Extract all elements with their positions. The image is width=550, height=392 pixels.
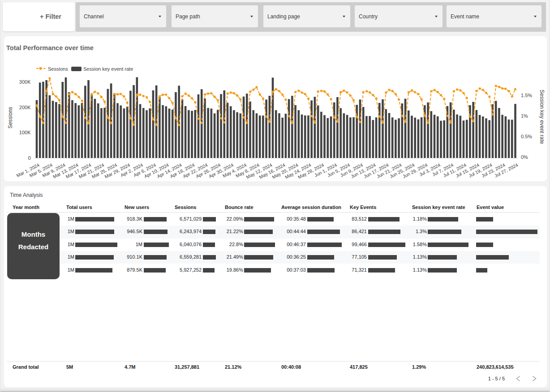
svg-text:0%: 0% [521,154,528,160]
svg-text:Session key event rate: Session key event rate [539,89,545,144]
svg-text:1.5%: 1.5% [521,93,532,98]
svg-text:0.5%: 0.5% [521,134,532,139]
svg-text:0: 0 [28,155,30,161]
svg-text:300K: 300K [19,79,31,85]
svg-text:Sessions: Sessions [7,107,13,129]
svg-text:100K: 100K [19,130,31,135]
svg-text:200K: 200K [19,105,31,110]
svg-text:1%: 1% [521,113,528,119]
